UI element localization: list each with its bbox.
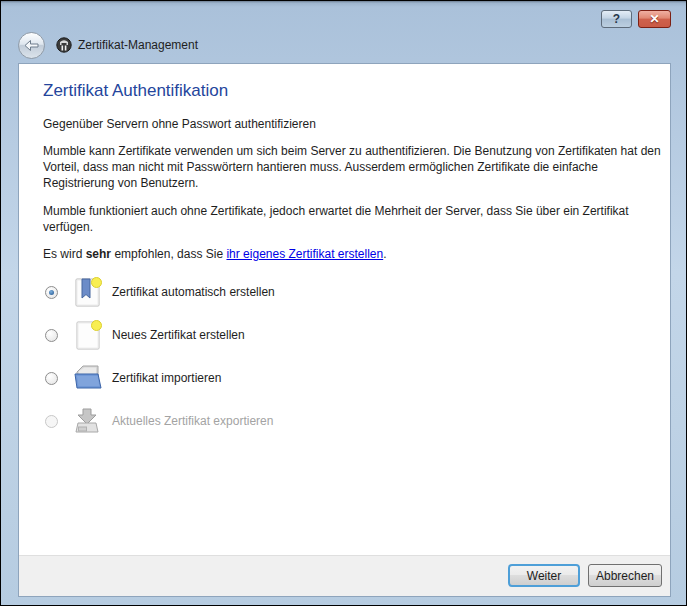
recommendation-middle: empfohlen, dass Sie xyxy=(111,247,226,261)
cancel-button[interactable]: Abbrechen xyxy=(588,564,662,587)
import-folder-icon xyxy=(72,362,104,394)
window-title: Zertifikat-Management xyxy=(78,38,198,52)
info-paragraph: Mumble funktioniert auch ohne Zertifikat… xyxy=(43,203,662,235)
option-label[interactable]: Neues Zertifikat erstellen xyxy=(112,328,245,342)
radio-export xyxy=(45,415,58,428)
new-certificate-icon xyxy=(72,319,104,351)
option-export: Aktuelles Zertifikat exportieren xyxy=(45,404,662,438)
certificate-ribbon-icon xyxy=(72,276,104,308)
recommendation-suffix: . xyxy=(383,247,386,261)
button-bar: Weiter Abbrechen xyxy=(19,555,670,596)
recommendation-prefix: Es wird xyxy=(43,247,86,261)
recommendation-line: Es wird sehr empfohlen, dass Sie ihr eig… xyxy=(43,247,662,261)
wizard-client-area: Zertifikat Authentifikation Gegenüber Se… xyxy=(18,63,671,597)
create-certificate-link[interactable]: ihr eigenes Zertifikat erstellen xyxy=(226,247,383,261)
radio-create-new[interactable] xyxy=(45,329,58,342)
help-button[interactable]: ? xyxy=(601,10,632,28)
wizard-window: ? ✕ Zertifikat-Management Zertifikat Aut… xyxy=(0,0,687,606)
next-button[interactable]: Weiter xyxy=(508,564,580,587)
export-drive-icon xyxy=(72,405,104,437)
option-import[interactable]: Zertifikat importieren xyxy=(45,361,662,395)
option-create-new[interactable]: Neues Zertifikat erstellen xyxy=(45,318,662,352)
option-label[interactable]: Zertifikat importieren xyxy=(112,371,221,385)
wizard-page: Zertifikat Authentifikation Gegenüber Se… xyxy=(19,64,670,555)
back-arrow-icon xyxy=(24,37,39,55)
mumble-app-icon xyxy=(56,37,72,53)
intro-paragraph: Mumble kann Zertifikate verwenden um sic… xyxy=(43,143,662,191)
radio-create-automatic[interactable] xyxy=(45,286,58,299)
radio-import[interactable] xyxy=(45,372,58,385)
recommendation-emphasis: sehr xyxy=(86,247,111,261)
close-button[interactable]: ✕ xyxy=(638,10,671,28)
page-title: Zertifikat Authentifikation xyxy=(43,81,662,101)
back-button[interactable] xyxy=(18,32,45,59)
option-create-automatic[interactable]: Zertifikat automatisch erstellen xyxy=(45,275,662,309)
page-subtitle: Gegenüber Servern ohne Passwort authenti… xyxy=(43,117,662,131)
option-label[interactable]: Zertifikat automatisch erstellen xyxy=(112,285,275,299)
option-label: Aktuelles Zertifikat exportieren xyxy=(112,414,273,428)
